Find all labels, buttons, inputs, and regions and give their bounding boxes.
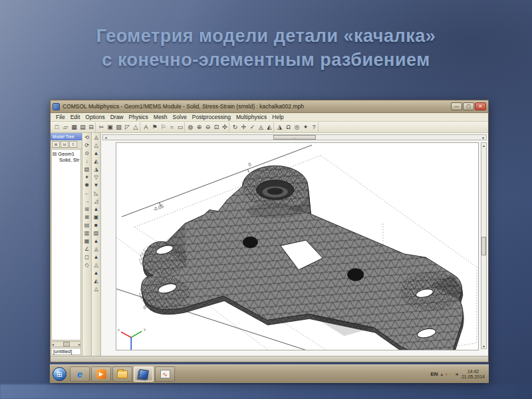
hidden-icons-icon[interactable]: ▴ bbox=[441, 372, 444, 377]
zoom-tool-icon[interactable]: ⊙ bbox=[82, 150, 91, 158]
graphics-vscrollbar[interactable]: ▴ ▾ bbox=[481, 142, 487, 349]
taskbar-clock[interactable]: 14:42 21.05.2014 bbox=[462, 369, 486, 380]
draw-triangle-icon[interactable]: △ bbox=[132, 122, 140, 132]
hscroll-thumb[interactable]: ∷ bbox=[273, 135, 316, 140]
check-icon[interactable]: ✓ bbox=[248, 122, 257, 132]
untitled-field[interactable]: [untitled] bbox=[51, 348, 81, 355]
paste-icon[interactable]: ▨ bbox=[114, 122, 123, 132]
scene-light-icon[interactable]: ◻ bbox=[82, 253, 91, 261]
scroll-up-icon[interactable]: ▴ bbox=[481, 143, 487, 148]
highlight-icon[interactable]: ✦ bbox=[82, 174, 91, 182]
mesh-refine-icon[interactable]: ◭ bbox=[265, 122, 274, 132]
rotate-icon[interactable]: ↻ bbox=[231, 122, 239, 132]
graphics-hscrollbar[interactable]: ◂ ∷ ▸ bbox=[102, 134, 487, 140]
scroll-left-icon[interactable]: ◂ bbox=[103, 135, 108, 140]
angle-icon[interactable]: ∠ bbox=[82, 245, 91, 253]
swept-mesh-icon[interactable]: ◮ bbox=[92, 166, 100, 174]
security-tray-icon[interactable]: ▪ bbox=[446, 372, 447, 376]
menu-help[interactable]: Help bbox=[269, 114, 286, 120]
tree-view-3-button[interactable]: ≡ bbox=[69, 141, 77, 148]
xy-view-icon[interactable]: ▤ bbox=[82, 221, 91, 229]
taskbar-chart-app-button[interactable] bbox=[155, 366, 175, 382]
cut-icon[interactable]: ✂ bbox=[97, 122, 106, 132]
restart-icon[interactable]: ◎ bbox=[293, 122, 301, 132]
iso-view-icon[interactable]: ⊞ bbox=[82, 205, 91, 213]
interactive-mesh-icon[interactable]: ▨ bbox=[92, 229, 100, 237]
reset-mesh-icon[interactable]: △ bbox=[92, 285, 100, 293]
back-view-icon[interactable]: ← bbox=[82, 190, 91, 198]
mesh-init-icon[interactable]: ◬ bbox=[257, 122, 265, 132]
omega-icon[interactable]: Ω bbox=[284, 122, 293, 132]
model-tree-icon[interactable]: ⊟ bbox=[87, 122, 96, 132]
tree-view-1-button[interactable]: ⊞ bbox=[52, 141, 60, 148]
save-icon[interactable]: ▦ bbox=[70, 122, 78, 132]
model-tree[interactable]: ⊟ Geom1 Solid, Str bbox=[51, 149, 81, 340]
scroll-down-icon[interactable]: ▾ bbox=[481, 344, 487, 348]
draw-point-icon[interactable]: ✱ bbox=[82, 182, 91, 190]
invert-mesh-icon[interactable]: ▽ bbox=[92, 174, 100, 182]
boundary-mesh-icon[interactable]: ◭ bbox=[92, 158, 100, 166]
statistics-mesh-icon[interactable]: ▲ bbox=[92, 269, 100, 277]
menu-solve[interactable]: Solve bbox=[170, 114, 190, 120]
flag-white-icon[interactable]: ⚐ bbox=[159, 122, 168, 132]
volume-icon[interactable]: ◄ bbox=[454, 372, 459, 376]
tree-hscrollbar[interactable]: ◂ ▸ bbox=[51, 341, 81, 347]
menu-options[interactable]: Options bbox=[82, 114, 107, 120]
menu-postprocessing[interactable]: Postprocessing bbox=[190, 114, 233, 120]
headlight-icon[interactable]: ◍ bbox=[186, 122, 195, 132]
scene-icon[interactable]: ▭ bbox=[176, 122, 185, 132]
corner-mesh-icon[interactable]: ◺ bbox=[92, 190, 100, 198]
minimize-button[interactable]: — bbox=[451, 102, 462, 110]
update-tray-icon[interactable]: ▪ bbox=[450, 372, 452, 376]
window-titlebar[interactable]: COMSOL Multiphysics - Geom1/MEMS Module … bbox=[51, 100, 488, 113]
zoom-window-icon[interactable]: ⊡ bbox=[212, 122, 221, 132]
solid-mesh-icon[interactable]: ■ bbox=[92, 221, 100, 229]
refine-mesh-2-icon[interactable]: ▲ bbox=[92, 237, 100, 245]
tree-scroll-thumb[interactable] bbox=[63, 342, 70, 346]
taskbar-explorer-button[interactable] bbox=[112, 366, 132, 382]
menu-mesh[interactable]: Mesh bbox=[151, 114, 170, 120]
text-label-icon[interactable]: A bbox=[142, 122, 150, 132]
free-mesh-icon[interactable]: △ bbox=[92, 142, 100, 150]
close-button[interactable]: ✕ bbox=[475, 102, 486, 110]
rocker-arm-mesh-model[interactable] bbox=[139, 166, 464, 350]
edge-mesh-icon[interactable]: ◿ bbox=[92, 198, 100, 205]
copy-icon[interactable]: ▣ bbox=[106, 122, 114, 132]
print-icon[interactable]: ▤ bbox=[78, 122, 87, 132]
orbit-icon[interactable]: ⟲ bbox=[82, 134, 91, 142]
taskbar-comsol-button[interactable] bbox=[134, 366, 154, 382]
cube-view-icon[interactable]: ⊠ bbox=[82, 213, 91, 221]
plot-params-icon[interactable]: ✦ bbox=[301, 122, 310, 132]
mesh-mode-icon[interactable]: ◮ bbox=[275, 122, 284, 132]
perspective-icon[interactable]: ◇ bbox=[82, 261, 91, 269]
menu-edit[interactable]: Edit bbox=[68, 114, 83, 120]
pan-icon[interactable]: ✣ bbox=[221, 122, 229, 132]
boundary-layer-icon[interactable]: ◭ bbox=[92, 277, 100, 285]
init-mesh-icon[interactable]: ▲ bbox=[92, 150, 100, 158]
delete-mesh-icon[interactable]: △ bbox=[92, 261, 100, 269]
tree-item-geom1[interactable]: ⊟ Geom1 bbox=[53, 151, 80, 157]
pointer-icon[interactable]: ◸ bbox=[123, 122, 132, 132]
menu-physics[interactable]: Physics bbox=[126, 114, 151, 120]
menu-multiphysics[interactable]: Multiphysics bbox=[233, 114, 269, 120]
refine-selection-icon[interactable]: ▲ bbox=[92, 205, 100, 213]
select-domain-icon[interactable]: ▧ bbox=[82, 166, 91, 174]
open-icon[interactable]: ▱ bbox=[61, 122, 70, 132]
zoom-in-icon[interactable]: ⊕ bbox=[195, 122, 203, 132]
quality-mesh-icon[interactable]: ▲ bbox=[92, 253, 100, 261]
move-down-icon[interactable]: ↓ bbox=[82, 158, 91, 166]
menu-draw[interactable]: Draw bbox=[108, 114, 126, 120]
tree-view-2-button[interactable]: ⊟ bbox=[61, 141, 68, 148]
vscroll-thumb[interactable] bbox=[481, 237, 486, 255]
menu-file[interactable]: File bbox=[53, 114, 68, 120]
zoom-out-icon[interactable]: ⊖ bbox=[203, 122, 212, 132]
yz-view-icon[interactable]: ▥ bbox=[82, 229, 91, 237]
language-indicator[interactable]: EN bbox=[430, 371, 438, 377]
scroll-right-icon[interactable]: ▸ bbox=[481, 135, 486, 140]
new-icon[interactable]: □ bbox=[53, 122, 61, 132]
mesh-settings-icon[interactable]: ▣ bbox=[92, 213, 100, 221]
taskbar-media-player-button[interactable]: ▶ bbox=[91, 366, 111, 382]
equal-icon[interactable]: = bbox=[168, 122, 176, 132]
add-geometry-icon[interactable]: ✛ bbox=[239, 122, 248, 132]
mesh-mode-2-icon[interactable]: ◬ bbox=[92, 134, 100, 142]
